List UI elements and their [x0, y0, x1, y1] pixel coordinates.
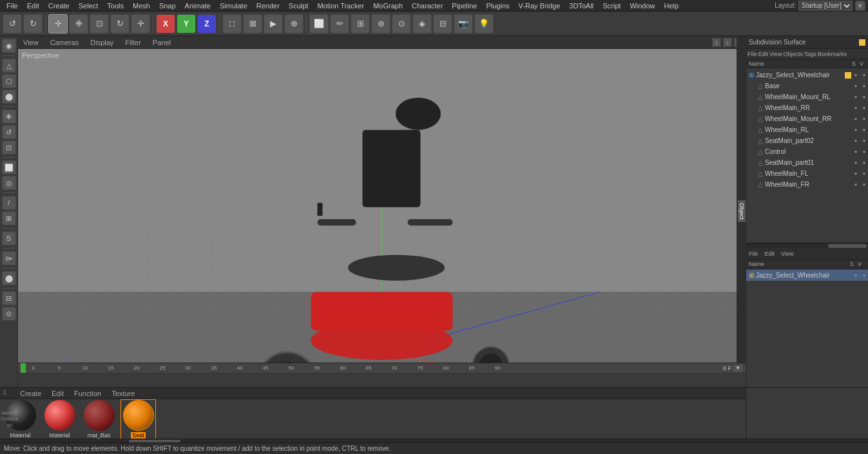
- obj-mgr-tags[interactable]: Tags: [804, 51, 816, 57]
- camera-btn[interactable]: 📷: [454, 14, 473, 33]
- lt-object[interactable]: ◉: [2, 39, 16, 53]
- menu-3dtoall[interactable]: 3DToAll: [565, 0, 597, 12]
- menu-mograph[interactable]: MoGraph: [369, 0, 407, 12]
- menu-file[interactable]: File: [3, 0, 22, 12]
- scene-edit[interactable]: Edit: [765, 251, 775, 257]
- lt-select-rect[interactable]: ⬜: [2, 160, 16, 175]
- obj-jazzy[interactable]: ⊞ Jazzy_Select_Wheelchair ● ●: [746, 70, 868, 80]
- vp-down-btn[interactable]: ↓: [723, 38, 732, 47]
- mat-swatch-2[interactable]: Material: [42, 400, 77, 439]
- menu-render[interactable]: Render: [253, 0, 284, 12]
- tab-cameras[interactable]: Cameras: [48, 39, 82, 46]
- grid-btn[interactable]: ⊟: [433, 14, 452, 33]
- obj-mgr-bookmarks[interactable]: Bookmarks: [818, 51, 847, 57]
- menu-animate[interactable]: Animate: [181, 0, 215, 12]
- lt-polygon[interactable]: △: [2, 59, 16, 73]
- menu-character[interactable]: Character: [408, 0, 447, 12]
- nurbs-btn[interactable]: ⊞: [351, 14, 370, 33]
- lt-knife[interactable]: /: [2, 196, 16, 210]
- interactive-render-btn[interactable]: ⊕: [284, 14, 304, 33]
- object-mode-btn[interactable]: □: [222, 14, 242, 33]
- mat-create[interactable]: Create: [17, 390, 44, 397]
- vp-expand-btn[interactable]: ↕: [712, 38, 721, 47]
- lt-edge[interactable]: ⬡: [2, 74, 16, 88]
- y-axis-btn[interactable]: Y: [177, 14, 196, 33]
- scene-jazzy[interactable]: ⊞ Jazzy_Select_Wheelchair ● ●: [746, 270, 868, 281]
- obj-control[interactable]: △ Control ● ●: [746, 146, 868, 157]
- obj-mgr-view[interactable]: View: [769, 51, 782, 57]
- lt-s[interactable]: S: [2, 231, 16, 245]
- menu-tools[interactable]: Tools: [103, 0, 128, 12]
- scene-view[interactable]: View: [781, 251, 793, 257]
- menu-create[interactable]: Create: [44, 0, 73, 12]
- mat-swatch-4[interactable]: Seat: [121, 399, 156, 439]
- obj-wheelRL-mount[interactable]: △ WheelMain_Mount_RL ● ●: [746, 91, 868, 102]
- bottom-scrollbar[interactable]: [0, 439, 868, 442]
- obj-wheelFR[interactable]: △ WheelMain_FR ● ●: [746, 179, 868, 190]
- menu-simulate[interactable]: Simulate: [216, 0, 251, 12]
- render-region-btn[interactable]: ⊠: [243, 14, 262, 33]
- rtab-structure[interactable]: Structure: [737, 197, 738, 226]
- layout-select[interactable]: Startup [User]: [798, 1, 853, 11]
- spline-btn[interactable]: ✏: [330, 14, 349, 33]
- lt-uv[interactable]: ⊙: [2, 307, 16, 321]
- lt-brush[interactable]: ⬤: [2, 271, 16, 285]
- timeline-ruler[interactable]: 0 5 10 15 20 25 30 35 40 45 50 55 60 65 …: [18, 363, 746, 374]
- tab-view[interactable]: View: [21, 39, 41, 46]
- tab-display[interactable]: Display: [88, 39, 116, 46]
- obj-seatpart01[interactable]: △ SeatMain_part01 ● ●: [746, 157, 868, 168]
- transform-tool-btn[interactable]: ✛: [131, 14, 150, 33]
- scale-tool-btn[interactable]: ⊡: [90, 14, 109, 33]
- move-tool-btn[interactable]: ✙: [69, 14, 88, 33]
- menu-mesh[interactable]: Mesh: [129, 0, 154, 12]
- obj-wheelRR-mount[interactable]: △ WheelMain_Mount_RR ● ●: [746, 113, 868, 124]
- timeline-bar[interactable]: [18, 374, 746, 388]
- timeline-end-btn[interactable]: ▼: [733, 364, 743, 372]
- instance-btn[interactable]: ◈: [412, 14, 432, 33]
- menu-edit[interactable]: Edit: [23, 0, 43, 12]
- lt-move[interactable]: ✙: [2, 109, 16, 124]
- menu-plugins[interactable]: Plugins: [482, 0, 513, 12]
- menu-window[interactable]: Window: [626, 0, 659, 12]
- x-axis-btn[interactable]: X: [156, 14, 175, 33]
- menu-script[interactable]: Script: [599, 0, 624, 12]
- obj-wheelRL[interactable]: △ WheelMain_RL ● ●: [746, 124, 868, 135]
- layout-close-btn[interactable]: ✕: [855, 1, 865, 11]
- tab-panel[interactable]: Panel: [150, 39, 173, 46]
- select-tool-btn[interactable]: ✛: [48, 14, 68, 33]
- lt-rotate[interactable]: ↺: [2, 125, 16, 139]
- deformer-btn[interactable]: ⊛: [371, 14, 391, 33]
- menu-snap[interactable]: Snap: [155, 0, 180, 12]
- menu-help[interactable]: Help: [661, 0, 683, 12]
- obj-mgr-file[interactable]: File: [747, 51, 757, 57]
- undo-btn[interactable]: ↺: [3, 14, 22, 33]
- array-btn[interactable]: ⊙: [392, 14, 411, 33]
- render-btn[interactable]: ▶: [264, 14, 283, 33]
- lt-magnet[interactable]: ⌲: [2, 251, 16, 265]
- obj-base[interactable]: △ Base ● ●: [746, 80, 868, 91]
- rotate-tool-btn[interactable]: ↻: [110, 14, 130, 33]
- obj-mgr-edit[interactable]: Edit: [758, 51, 769, 57]
- menu-motion-tracker[interactable]: Motion Tracker: [313, 0, 368, 12]
- obj-seatpart02[interactable]: △ SeatMain_part02 ● ●: [746, 135, 868, 146]
- obj-mgr-objects[interactable]: Objects: [783, 51, 803, 57]
- scene-file[interactable]: File: [749, 251, 758, 257]
- mat-texture[interactable]: Texture: [109, 390, 137, 397]
- tab-filter[interactable]: Filter: [122, 39, 143, 46]
- menu-select[interactable]: Select: [75, 0, 102, 12]
- obj-wheelFL[interactable]: △ WheelMain_FL ● ●: [746, 168, 868, 179]
- lt-live-select[interactable]: ◎: [2, 176, 16, 190]
- menu-pipeline[interactable]: Pipeline: [448, 0, 481, 12]
- redo-btn[interactable]: ↻: [23, 14, 43, 33]
- rtab-object[interactable]: Object: [738, 200, 746, 222]
- lt-texture[interactable]: ⊟: [2, 291, 16, 305]
- lt-loop[interactable]: ⊞: [2, 211, 16, 225]
- mat-swatch-3[interactable]: mat_Bas: [81, 400, 117, 439]
- menu-vray-bridge[interactable]: V-Ray Bridge: [515, 0, 564, 12]
- lt-scale[interactable]: ⊡: [2, 140, 16, 155]
- menu-sculpt[interactable]: Sculpt: [285, 0, 313, 12]
- lt-point[interactable]: ⬤: [2, 90, 16, 104]
- light-btn[interactable]: 💡: [474, 14, 494, 33]
- cube-btn[interactable]: ⬜: [309, 14, 329, 33]
- obj-wheelRR[interactable]: △ WheelMain_RR ● ●: [746, 102, 868, 113]
